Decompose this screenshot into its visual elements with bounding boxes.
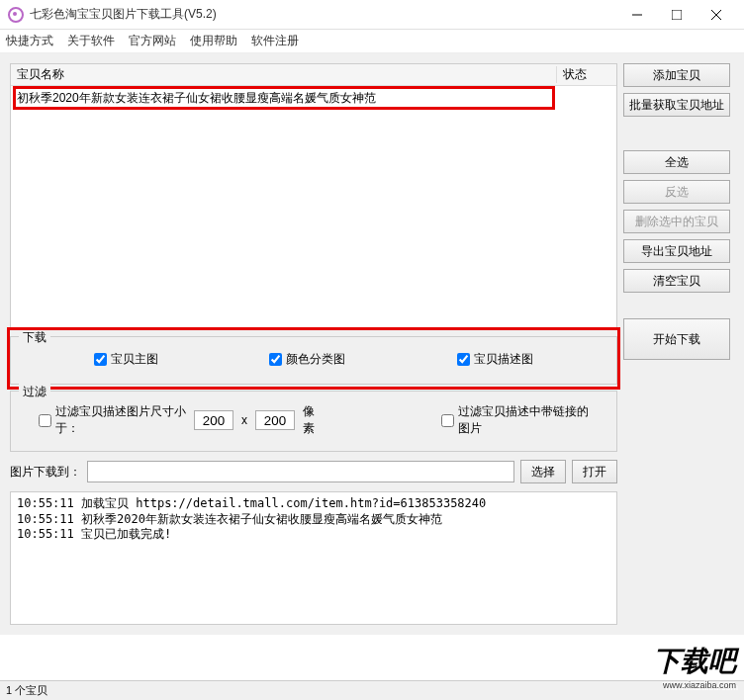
chk-filter-link-input[interactable] xyxy=(441,414,454,427)
filter-x-label: x xyxy=(241,413,247,427)
open-button[interactable]: 打开 xyxy=(572,460,617,483)
chk-filter-size[interactable]: 过滤宝贝描述图片尺寸小于： xyxy=(39,403,186,437)
chk-desc-image[interactable]: 宝贝描述图 xyxy=(457,351,533,368)
col-status-header[interactable]: 状态 xyxy=(557,66,616,83)
side-buttons: 添加宝贝 批量获取宝贝地址 全选 反选 删除选中的宝贝 导出宝贝地址 清空宝贝 … xyxy=(623,63,734,625)
log-line: 10:55:11 加载宝贝 https://detail.tmall.com/i… xyxy=(17,496,610,512)
filter-height-input[interactable] xyxy=(255,410,295,430)
app-icon xyxy=(8,7,24,23)
filter-fieldset: 过滤 过滤宝贝描述图片尺寸小于： x 像素 过滤宝贝描述中带链接的图片 xyxy=(10,391,617,452)
menu-register[interactable]: 软件注册 xyxy=(251,33,299,49)
download-legend: 下载 xyxy=(19,329,50,346)
close-button[interactable] xyxy=(697,1,736,29)
log-output[interactable]: 10:55:11 加载宝贝 https://detail.tmall.com/i… xyxy=(10,491,617,625)
log-line: 10:55:11 宝贝已加载完成! xyxy=(17,527,610,543)
export-button[interactable]: 导出宝贝地址 xyxy=(623,239,730,263)
delete-selected-button[interactable]: 删除选中的宝贝 xyxy=(623,210,730,233)
menu-help[interactable]: 使用帮助 xyxy=(190,33,237,49)
batch-get-button[interactable]: 批量获取宝贝地址 xyxy=(623,93,730,117)
titlebar: 七彩色淘宝宝贝图片下载工具(V5.2) xyxy=(0,0,744,30)
chk-filter-size-input[interactable] xyxy=(39,414,51,427)
menubar: 快捷方式 关于软件 官方网站 使用帮助 软件注册 xyxy=(0,30,744,53)
filter-legend: 过滤 xyxy=(19,384,50,400)
filter-width-input[interactable] xyxy=(194,410,233,430)
svg-rect-1 xyxy=(672,10,682,20)
chk-desc-image-input[interactable] xyxy=(457,353,470,366)
log-line: 10:55:11 初秋季2020年新款女装连衣裙子仙女裙收腰显瘦高端名媛气质女神… xyxy=(17,512,610,528)
maximize-button[interactable] xyxy=(657,1,697,29)
menu-website[interactable]: 官方网站 xyxy=(129,33,176,49)
start-download-button[interactable]: 开始下载 xyxy=(623,318,730,360)
menu-about[interactable]: 关于软件 xyxy=(67,33,115,49)
clear-button[interactable]: 清空宝贝 xyxy=(623,269,730,293)
path-label: 图片下载到： xyxy=(10,464,81,481)
chk-color-image-input[interactable] xyxy=(269,353,282,366)
window-title: 七彩色淘宝宝贝图片下载工具(V5.2) xyxy=(30,6,617,23)
chk-color-image[interactable]: 颜色分类图 xyxy=(269,351,345,368)
invert-select-button[interactable]: 反选 xyxy=(623,180,730,204)
download-fieldset: 下载 宝贝主图 颜色分类图 宝贝描述图 xyxy=(10,336,617,385)
col-name-header[interactable]: 宝贝名称 xyxy=(11,66,557,83)
chk-main-image[interactable]: 宝贝主图 xyxy=(94,351,158,368)
item-table: 宝贝名称 状态 初秋季2020年新款女装连衣裙子仙女裙收腰显瘦高端名媛气质女神范 xyxy=(10,63,617,330)
statusbar: 1 个宝贝 xyxy=(0,680,744,700)
table-row[interactable]: 初秋季2020年新款女装连衣裙子仙女裙收腰显瘦高端名媛气质女神范 xyxy=(11,88,616,109)
status-count: 1 个宝贝 xyxy=(6,684,47,696)
browse-button[interactable]: 选择 xyxy=(520,460,566,483)
main-area: 宝贝名称 状态 初秋季2020年新款女装连衣裙子仙女裙收腰显瘦高端名媛气质女神范… xyxy=(4,57,740,631)
watermark: 下载吧 www.xiazaiba.com xyxy=(653,643,736,690)
select-all-button[interactable]: 全选 xyxy=(623,150,730,174)
window-controls xyxy=(617,1,736,29)
download-path-row: 图片下载到： 选择 打开 xyxy=(10,458,617,485)
chk-filter-link[interactable]: 过滤宝贝描述中带链接的图片 xyxy=(441,403,589,437)
minimize-button[interactable] xyxy=(617,1,657,29)
menu-shortcut[interactable]: 快捷方式 xyxy=(6,33,53,49)
path-input[interactable] xyxy=(87,461,514,482)
chk-main-image-input[interactable] xyxy=(94,353,107,366)
add-item-button[interactable]: 添加宝贝 xyxy=(623,63,730,87)
filter-px-label: 像素 xyxy=(303,403,324,437)
